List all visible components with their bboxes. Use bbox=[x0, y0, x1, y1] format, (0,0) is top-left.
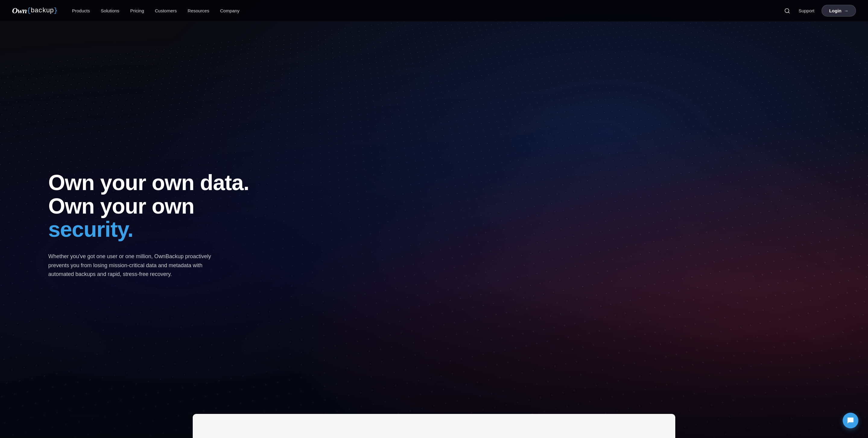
logo-brace-close: } bbox=[54, 7, 58, 14]
chat-icon bbox=[847, 417, 854, 424]
hero-title-line1: Own your own data. bbox=[48, 171, 275, 195]
logo-own: Own bbox=[12, 6, 27, 15]
chat-button[interactable] bbox=[843, 413, 858, 428]
login-label: Login bbox=[829, 8, 841, 13]
nav-item-products[interactable]: Products bbox=[72, 8, 90, 13]
bottom-card bbox=[193, 414, 675, 438]
nav-links: Products Solutions Pricing Customers Res… bbox=[72, 8, 783, 13]
search-icon bbox=[784, 8, 790, 14]
logo[interactable]: Own {backup} bbox=[12, 6, 58, 15]
login-button[interactable]: Login → bbox=[822, 5, 856, 16]
hero-title-highlight: security. bbox=[48, 217, 133, 241]
support-link[interactable]: Support bbox=[799, 8, 815, 13]
hero-title-line2: Own your own security. bbox=[48, 195, 275, 242]
nav-item-pricing[interactable]: Pricing bbox=[130, 8, 144, 13]
hero-title: Own your own data. Own your own security… bbox=[48, 171, 275, 241]
hero-subtitle: Whether you've got one user or one milli… bbox=[48, 252, 223, 279]
hero-content: Own your own data. Own your own security… bbox=[48, 171, 275, 279]
hero-section: Own your own data. Own your own security… bbox=[0, 0, 868, 438]
nav-item-resources[interactable]: Resources bbox=[188, 8, 209, 13]
nav-item-company[interactable]: Company bbox=[220, 8, 240, 13]
login-arrow-icon: → bbox=[844, 8, 848, 13]
search-button[interactable] bbox=[783, 7, 792, 15]
logo-backup: {backup} bbox=[27, 7, 58, 14]
nav-item-solutions[interactable]: Solutions bbox=[101, 8, 119, 13]
hero-title-line2-prefix: Own your own bbox=[48, 194, 194, 218]
nav-right: Support Login → bbox=[783, 5, 856, 16]
svg-line-1 bbox=[788, 12, 789, 13]
nav-item-customers[interactable]: Customers bbox=[155, 8, 177, 13]
navbar: Own {backup} Products Solutions Pricing … bbox=[0, 0, 868, 22]
logo-brace-open: { bbox=[27, 7, 31, 14]
